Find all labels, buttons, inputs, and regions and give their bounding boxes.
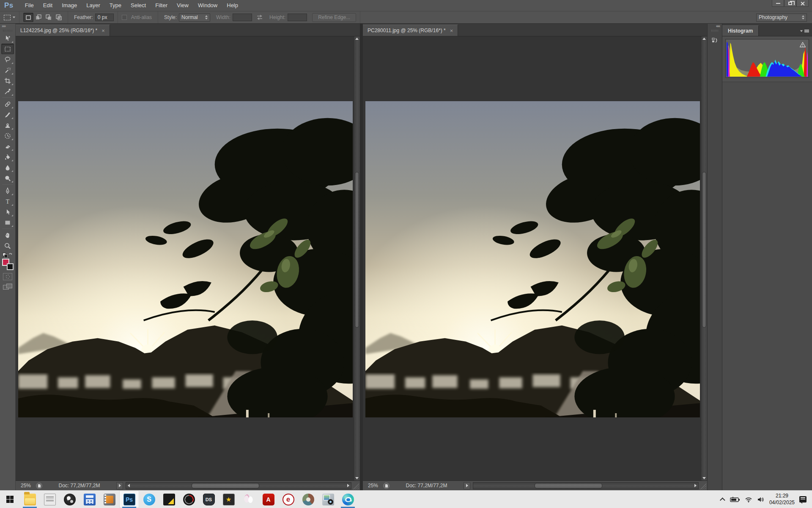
pane-divider[interactable] xyxy=(360,24,363,490)
status-options-button[interactable] xyxy=(116,482,123,489)
pen-tool[interactable] xyxy=(1,185,14,196)
scroll-up-icon[interactable] xyxy=(355,38,359,40)
scroll-left-icon[interactable] xyxy=(126,484,132,487)
taskbar-emule[interactable]: e xyxy=(278,491,298,508)
vertical-scrollbar[interactable] xyxy=(701,36,707,480)
new-selection-button[interactable] xyxy=(23,13,33,22)
taskbar-file-explorer[interactable] xyxy=(20,491,40,508)
document-tab-1[interactable]: L1242254.jpg @ 25% (RGB/16*) * × xyxy=(16,25,110,36)
background-color-swatch[interactable] xyxy=(7,263,14,270)
collapse-panels-button[interactable]: «« xyxy=(708,24,722,29)
taskbar-image-viewer[interactable]: ★ xyxy=(219,491,239,508)
tools-grip[interactable] xyxy=(3,30,12,32)
panel-menu-button[interactable] xyxy=(800,30,809,33)
scroll-down-icon[interactable] xyxy=(702,477,706,479)
default-swap-colors[interactable] xyxy=(3,252,13,258)
gradient-tool[interactable] xyxy=(1,152,14,162)
taskbar-skype[interactable]: S xyxy=(139,491,159,508)
dodge-tool[interactable] xyxy=(1,173,14,183)
tab-close-icon[interactable]: × xyxy=(102,28,105,33)
menu-layer[interactable]: Layer xyxy=(82,0,105,11)
histogram-panel-tab[interactable]: Histogram xyxy=(722,25,759,36)
magic-wand-tool[interactable] xyxy=(1,65,14,75)
eraser-tool[interactable] xyxy=(1,141,14,152)
brush-tool[interactable] xyxy=(1,109,14,120)
path-selection-tool[interactable] xyxy=(1,207,14,217)
clone-stamp-tool[interactable] xyxy=(1,120,14,130)
scroll-down-icon[interactable] xyxy=(355,477,359,479)
dock-grip[interactable] xyxy=(710,30,719,32)
resize-grip-icon[interactable] xyxy=(353,482,359,489)
tool-preset-picker[interactable] xyxy=(0,11,19,23)
wifi-icon[interactable] xyxy=(745,497,752,502)
scroll-right-icon[interactable] xyxy=(693,484,698,487)
canvas-2[interactable] xyxy=(363,36,707,480)
refine-edge-button[interactable]: Refine Edge... xyxy=(312,13,356,22)
taskbar-ring-app[interactable] xyxy=(179,491,199,508)
battery-icon[interactable] xyxy=(730,497,740,502)
taskbar-edge[interactable] xyxy=(338,491,358,508)
anti-alias-checkbox[interactable] xyxy=(122,15,127,20)
taskbar-reaper[interactable] xyxy=(298,491,318,508)
move-tool[interactable] xyxy=(1,33,14,44)
rectangle-shape-tool[interactable] xyxy=(1,217,14,228)
menu-select[interactable]: Select xyxy=(126,0,151,11)
taskbar-text-editor[interactable] xyxy=(40,491,60,508)
menu-view[interactable]: View xyxy=(172,0,193,11)
spot-healing-brush-tool[interactable] xyxy=(1,99,14,109)
action-center-icon[interactable] xyxy=(799,496,807,502)
scroll-up-icon[interactable] xyxy=(702,38,706,40)
taskbar-obs-studio[interactable] xyxy=(60,491,80,508)
style-dropdown[interactable]: Normal xyxy=(179,14,210,22)
menu-help[interactable]: Help xyxy=(222,0,243,11)
restore-button[interactable] xyxy=(784,0,796,7)
document-tab-2[interactable]: PC280011.jpg @ 25% (RGB/16*) * × xyxy=(363,25,458,36)
taskbar-acrobat[interactable]: A xyxy=(258,491,278,508)
taskbar-clock[interactable]: 21:29 04/02/2025 xyxy=(769,493,795,506)
vertical-scrollbar[interactable] xyxy=(354,36,360,480)
blur-tool[interactable] xyxy=(1,162,14,173)
type-tool[interactable]: T xyxy=(1,196,14,207)
status-options-button[interactable] xyxy=(464,482,470,489)
canvas-1[interactable] xyxy=(16,36,360,480)
taskbar-photoshop[interactable]: Ps xyxy=(119,491,139,508)
taskbar-butterfly-app[interactable] xyxy=(239,491,258,508)
close-button[interactable] xyxy=(796,0,809,7)
intersect-selection-button[interactable] xyxy=(54,13,64,22)
quick-mask-button[interactable] xyxy=(3,273,12,280)
menu-window[interactable]: Window xyxy=(193,0,222,11)
taskbar-calculator[interactable] xyxy=(80,491,99,508)
zoom-tool[interactable] xyxy=(1,240,14,251)
menu-filter[interactable]: Filter xyxy=(151,0,172,11)
scroll-right-icon[interactable] xyxy=(346,484,351,487)
zoom-level-field[interactable]: 25% xyxy=(21,483,36,489)
menu-type[interactable]: Type xyxy=(105,0,126,11)
photo-PC280011[interactable] xyxy=(365,101,700,417)
horizontal-scroll-thumb[interactable] xyxy=(535,483,602,489)
history-brush-tool[interactable] xyxy=(1,130,14,141)
horizontal-scroll-thumb[interactable] xyxy=(192,483,259,489)
zoom-level-field[interactable]: 25% xyxy=(368,483,383,489)
rectangular-marquee-tool[interactable] xyxy=(1,44,14,54)
eyedropper-tool[interactable] xyxy=(1,86,14,97)
tab-close-icon[interactable]: × xyxy=(450,28,453,33)
swap-dimensions-icon[interactable] xyxy=(255,14,264,20)
histogram-warning-icon[interactable] xyxy=(800,42,806,47)
taskbar-screenshot-tool[interactable] xyxy=(318,491,338,508)
lasso-tool[interactable] xyxy=(1,54,14,65)
resize-grip-icon[interactable] xyxy=(700,482,706,489)
menu-file[interactable]: File xyxy=(20,0,38,11)
crop-tool[interactable] xyxy=(1,75,14,86)
menu-image[interactable]: Image xyxy=(57,0,82,11)
speaker-icon[interactable] xyxy=(757,497,765,502)
photo-L1242254[interactable] xyxy=(18,101,353,417)
menu-edit[interactable]: Edit xyxy=(38,0,57,11)
feather-input[interactable]: 0 px xyxy=(95,14,114,21)
live-preview-icon[interactable] xyxy=(383,483,390,489)
minimize-button[interactable] xyxy=(772,0,784,7)
workspace-switcher[interactable]: Photography xyxy=(756,14,807,22)
live-preview-icon[interactable] xyxy=(36,483,42,489)
tools-expand-button[interactable]: »» xyxy=(0,24,15,29)
height-input[interactable] xyxy=(288,14,307,21)
subtract-from-selection-button[interactable] xyxy=(44,13,54,22)
